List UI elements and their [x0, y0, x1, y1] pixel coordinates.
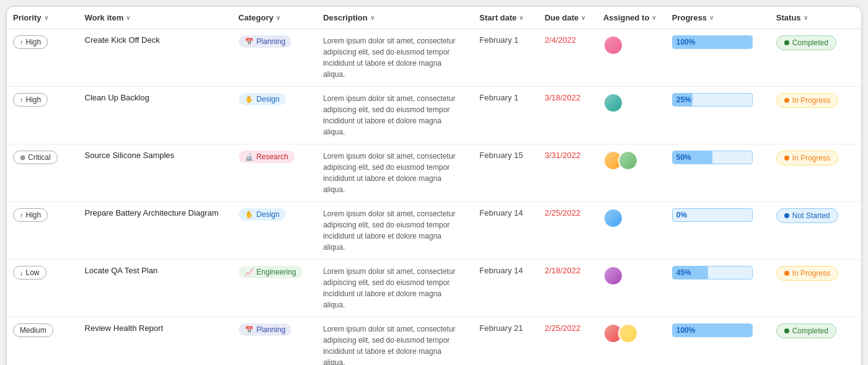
avatar	[618, 323, 638, 343]
status-label: Completed	[792, 327, 828, 335]
avatars-group	[603, 208, 660, 228]
category-badge[interactable]: 🔬Research	[239, 151, 294, 163]
status-badge[interactable]: Completed	[776, 35, 836, 50]
start-date: February 14	[479, 208, 523, 218]
avatars-group	[603, 323, 660, 343]
category-label: Research	[257, 152, 288, 161]
category-badge[interactable]: 📅Planning	[239, 35, 292, 48]
priority-label: High	[26, 95, 42, 104]
category-label: Design	[257, 95, 280, 103]
status-badge[interactable]: In Progress	[776, 93, 838, 108]
progress-bar: 100%	[672, 35, 753, 49]
category-label: Planning	[257, 325, 286, 334]
priority-arrow-icon: ↑	[20, 211, 24, 219]
avatars-group	[603, 266, 660, 286]
category-badge[interactable]: 📈Engineering	[239, 266, 303, 278]
category-badge[interactable]: ✋Design	[239, 93, 286, 105]
table-row: ↑HighPrepare Battery Architecture Diagra…	[7, 202, 861, 260]
status-dot	[784, 328, 789, 333]
category-badge[interactable]: ✋Design	[239, 208, 286, 221]
category-header-label: Category	[239, 13, 273, 22]
description-text: Lorem ipsum dolor sit amet, consectetur …	[323, 266, 459, 310]
status-label: In Progress	[792, 96, 830, 105]
priority-arrow-icon: ↓	[20, 269, 24, 276]
due-date: 3/31/2022	[544, 151, 580, 160]
priority-badge[interactable]: ↑High	[13, 208, 48, 222]
priority-label: Medium	[20, 326, 46, 335]
workitem-sort-icon: ∨	[126, 14, 130, 21]
priority-arrow-icon: ⊗	[20, 154, 25, 162]
priority-badge[interactable]: ⊗Critical	[13, 151, 58, 164]
col-header-status[interactable]: Status ∨	[770, 7, 861, 29]
status-header-label: Status	[776, 13, 801, 22]
table-row: ↑HighClean Up Backlog✋DesignLorem ipsum …	[7, 87, 861, 144]
status-dot	[784, 271, 789, 276]
col-header-progress[interactable]: Progress ∨	[666, 7, 770, 29]
start-date: February 15	[479, 151, 523, 160]
status-badge[interactable]: In Progress	[776, 151, 838, 165]
avatar	[618, 151, 638, 170]
due-date: 2/18/2022	[544, 266, 580, 275]
priority-header-label: Priority	[13, 13, 42, 22]
start-date: February 1	[479, 93, 518, 102]
assigned-header-label: Assigned to	[603, 13, 649, 22]
priority-label: Low	[26, 268, 40, 277]
description-header-label: Description	[323, 13, 368, 22]
col-header-priority[interactable]: Priority ∨	[7, 7, 79, 29]
progress-bar: 100%	[672, 323, 753, 337]
start-date: February 21	[479, 323, 523, 333]
progress-bar: 45%	[672, 266, 753, 279]
status-dot	[784, 156, 789, 161]
workitem-header-label: Work item	[85, 13, 124, 22]
work-item-name: Prepare Battery Architecture Diagram	[85, 208, 219, 218]
col-header-startdate[interactable]: Start date ∨	[473, 7, 538, 29]
description-sort-icon: ∨	[370, 14, 374, 21]
avatar	[603, 208, 623, 228]
priority-sort-icon: ∨	[44, 14, 48, 21]
category-label: Engineering	[257, 268, 296, 276]
startdate-sort-icon: ∨	[519, 14, 523, 21]
col-header-description[interactable]: Description ∨	[317, 7, 473, 29]
progress-label: 100%	[676, 326, 696, 335]
category-badge[interactable]: 📅Planning	[239, 323, 292, 336]
progress-header-label: Progress	[672, 13, 707, 22]
progress-label: 25%	[676, 95, 691, 104]
progress-bar: 0%	[672, 208, 753, 222]
avatar	[603, 93, 623, 113]
category-sort-icon: ∨	[276, 14, 280, 21]
col-header-workitem[interactable]: Work item ∨	[79, 7, 232, 29]
priority-badge[interactable]: ↑High	[13, 93, 48, 107]
priority-label: High	[26, 211, 42, 219]
category-icon: 📅	[245, 38, 254, 46]
priority-arrow-icon: ↑	[20, 96, 24, 103]
description-text: Lorem ipsum dolor sit amet, consectetur …	[323, 208, 459, 253]
progress-bar: 50%	[672, 151, 753, 164]
due-date: 3/18/2022	[544, 93, 580, 102]
col-header-duedate[interactable]: Due date ∨	[538, 7, 597, 29]
category-icon: 📅	[245, 326, 254, 334]
table-row: ↓LowLocate QA Test Plan📈EngineeringLorem…	[7, 260, 861, 317]
status-sort-icon: ∨	[804, 14, 808, 21]
start-date: February 14	[479, 266, 523, 275]
description-text: Lorem ipsum dolor sit amet, consectetur …	[323, 93, 459, 138]
category-icon: 🔬	[245, 153, 254, 161]
progress-sort-icon: ∨	[709, 14, 714, 21]
col-header-assigned[interactable]: Assigned to ∨	[597, 7, 666, 29]
priority-arrow-icon: ↑	[20, 38, 24, 46]
priority-badge[interactable]: ↓Low	[13, 266, 46, 279]
category-label: Planning	[257, 37, 286, 46]
due-date: 2/25/2022	[544, 208, 580, 218]
table-header-row: Priority ∨ Work item ∨ Category ∨	[7, 7, 861, 29]
priority-badge[interactable]: ↑High	[13, 35, 48, 49]
work-item-name: Source Silicone Samples	[85, 151, 175, 160]
priority-badge[interactable]: Medium	[13, 323, 53, 337]
status-label: Completed	[792, 38, 828, 47]
status-badge[interactable]: Not Started	[776, 208, 838, 223]
status-dot	[784, 98, 789, 103]
status-badge[interactable]: In Progress	[776, 266, 838, 281]
status-dot	[784, 40, 789, 45]
startdate-header-label: Start date	[479, 13, 516, 22]
description-text: Lorem ipsum dolor sit amet, consectetur …	[323, 35, 459, 80]
status-badge[interactable]: Completed	[776, 323, 836, 338]
col-header-category[interactable]: Category ∨	[232, 7, 317, 29]
